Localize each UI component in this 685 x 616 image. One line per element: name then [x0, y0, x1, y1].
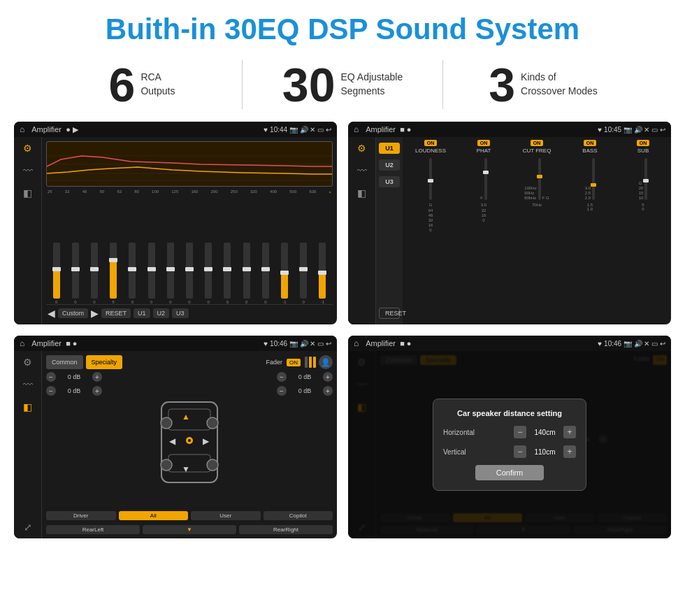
db-value-4: 0 dB — [289, 387, 321, 394]
eq-wave-icon[interactable]: 〰 — [23, 165, 33, 176]
eq-prev-btn[interactable]: ◀ — [48, 308, 55, 319]
rearright-btn[interactable]: RearRight — [239, 525, 333, 534]
home-icon-4[interactable]: ⌂ — [354, 338, 359, 348]
copilot-btn[interactable]: Copilot — [264, 511, 333, 520]
db-plus-2[interactable]: + — [92, 386, 102, 396]
car-diagram: ▲ ▼ ◀ ▶ — [106, 372, 273, 508]
driver-btn[interactable]: Driver — [46, 511, 116, 520]
sub-on-badge[interactable]: ON — [637, 140, 650, 146]
filter-icon-2[interactable]: ⚙ — [357, 143, 366, 154]
eq-slider-3[interactable]: 0 — [85, 243, 103, 304]
arrows-icon-3[interactable]: ⤢ — [24, 522, 32, 533]
eq-next-btn[interactable]: ▶ — [91, 308, 99, 319]
svg-text:▶: ▶ — [203, 436, 210, 446]
user-btn-speaker[interactable]: User — [191, 511, 261, 520]
reset-button-crossover[interactable]: RESET — [379, 308, 400, 319]
statusbar-1: ⌂ Amplifier ● ▶ ♥ 10:44 📷 🔊 ✕ ▭ ↩ — [14, 122, 337, 137]
eq-slider-10[interactable]: 0 — [219, 243, 236, 304]
dialog-vertical-label: Vertical — [443, 448, 466, 456]
wave-icon-3[interactable]: 〰 — [23, 379, 33, 390]
eq-slider-11[interactable]: 0 — [238, 243, 255, 304]
svg-point-10 — [207, 459, 218, 471]
speaker-main-area: Common Specialty Fader ON 👤 — [42, 351, 337, 538]
eq-slider-14[interactable]: 0 — [295, 243, 312, 304]
eq-speaker-icon[interactable]: ◧ — [23, 187, 32, 199]
db-plus-4[interactable]: + — [323, 386, 333, 396]
crossover-content: ⚙ 〰 ◧ U1 U2 U3 RESET ON LOUDNESS — [348, 137, 671, 324]
channel-bass: ON BASS 3.02.52.0 1. — [565, 140, 615, 322]
home-icon-3[interactable]: ⌂ — [20, 338, 24, 348]
svg-point-7 — [161, 417, 172, 429]
dialog-overlay: Car speaker distance setting Horizontal … — [348, 351, 671, 538]
all-btn[interactable]: All — [119, 511, 189, 520]
svg-text:◀: ◀ — [169, 436, 176, 446]
db-minus-4[interactable]: − — [277, 386, 287, 396]
screen-speaker: ⌂ Amplifier ■ ● ♥ 10:46 📷 🔊 ✕ ▭ ↩ ⚙ 〰 ◧ … — [14, 336, 337, 538]
bass-on-badge[interactable]: ON — [584, 140, 597, 146]
db-minus-2[interactable]: − — [46, 386, 56, 396]
u3-button[interactable]: U3 — [379, 176, 400, 187]
status-icons-1: ♥ 10:44 📷 🔊 ✕ ▭ ↩ — [264, 126, 331, 134]
speaker-icon-3[interactable]: ◧ — [23, 401, 32, 413]
screen-crossover: ⌂ Amplifier ■ ● ♥ 10:45 📷 🔊 ✕ ▭ ↩ ⚙ 〰 ◧ … — [348, 122, 671, 324]
cutfreq-on-badge[interactable]: ON — [531, 140, 544, 146]
stat-label-crossover: Kinds ofCrossover Modes — [521, 71, 598, 98]
bass-label: BASS — [582, 148, 597, 154]
eq-slider-2[interactable]: 0 — [66, 243, 84, 304]
rearleft-down-btn[interactable]: ▼ — [143, 525, 236, 534]
fader-on-badge[interactable]: ON — [287, 359, 301, 366]
phat-on-badge[interactable]: ON — [477, 140, 491, 146]
eq-slider-1[interactable]: 0 — [48, 243, 65, 304]
stat-number-6: 6 — [109, 61, 136, 108]
u1-button[interactable]: U1 — [379, 143, 400, 154]
db-minus-1[interactable]: − — [46, 372, 56, 382]
vertical-plus-btn[interactable]: + — [563, 445, 576, 458]
stats-row: 6 RCAOutputs 30 EQ AdjustableSegments 3 … — [0, 53, 685, 122]
svg-point-9 — [161, 459, 172, 471]
db-plus-1[interactable]: + — [92, 372, 102, 382]
eq-slider-13[interactable]: -1 — [275, 243, 293, 304]
eq-preset-label[interactable]: Custom — [58, 308, 88, 318]
eq-slider-7[interactable]: 0 — [161, 243, 179, 304]
vertical-minus-btn[interactable]: − — [514, 445, 526, 458]
right-controls: − 0 dB + − 0 dB + — [277, 372, 333, 508]
app-title-4: Amplifier ■ ● — [366, 339, 593, 348]
stat-number-3: 3 — [489, 61, 515, 108]
eq-slider-15[interactable]: -1 — [314, 243, 331, 304]
speaker-icon-2[interactable]: ◧ — [357, 187, 366, 199]
dialog-horizontal-row: Horizontal − 140cm + — [443, 426, 576, 438]
eq-u3-btn[interactable]: U3 — [172, 308, 189, 318]
eq-filter-icon[interactable]: ⚙ — [23, 143, 32, 154]
filter-icon-3[interactable]: ⚙ — [23, 357, 32, 368]
cutfreq-label: CUT FREQ — [523, 148, 551, 154]
home-icon-2[interactable]: ⌂ — [354, 124, 359, 134]
profile-icon-3[interactable]: 👤 — [319, 355, 333, 369]
crossover-channels-area: ON LOUDNESS G 644832160 — [403, 137, 671, 324]
u2-button[interactable]: U2 — [379, 159, 400, 171]
confirm-button[interactable]: Confirm — [475, 465, 545, 480]
eq-slider-12[interactable]: 0 — [257, 243, 274, 304]
stat-label-rca: RCAOutputs — [140, 71, 175, 98]
stat-crossover: 3 Kinds ofCrossover Modes — [443, 61, 643, 108]
eq-slider-4[interactable]: 5 — [105, 243, 122, 304]
horizontal-minus-btn[interactable]: − — [514, 426, 526, 438]
speaker-sidebar: ⚙ 〰 ◧ ⤢ — [14, 351, 42, 538]
eq-slider-6[interactable]: 0 — [143, 243, 160, 304]
horizontal-value: 140cm — [529, 429, 561, 436]
wave-icon-2[interactable]: 〰 — [357, 165, 367, 176]
rearleft-btn[interactable]: RearLeft — [46, 525, 140, 534]
channel-cutfreq: ON CUT FREQ 100Hz90Hz80kHz F G — [512, 140, 562, 322]
db-plus-3[interactable]: + — [323, 372, 333, 382]
specialty-tab[interactable]: Specialty — [86, 355, 123, 369]
eq-u2-btn[interactable]: U2 — [153, 308, 170, 318]
eq-slider-9[interactable]: 0 — [200, 243, 217, 304]
home-icon-1[interactable]: ⌂ — [20, 124, 24, 134]
db-minus-3[interactable]: − — [277, 372, 287, 382]
common-tab[interactable]: Common — [46, 355, 83, 369]
eq-slider-5[interactable]: 0 — [124, 243, 141, 304]
eq-u1-btn[interactable]: U1 — [134, 308, 150, 318]
eq-slider-8[interactable]: 0 — [180, 243, 198, 304]
loudness-on-badge[interactable]: ON — [424, 140, 438, 146]
horizontal-plus-btn[interactable]: + — [563, 426, 576, 438]
eq-reset-btn[interactable]: RESET — [101, 308, 131, 318]
